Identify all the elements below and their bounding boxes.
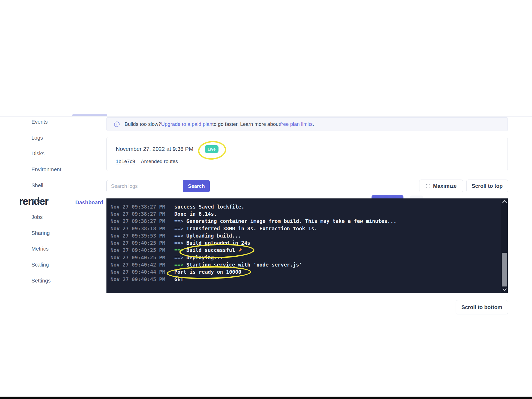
scroll-to-bottom-button[interactable]: Scroll to bottom <box>456 300 508 314</box>
log-line: Nov 27 09:38:18 PM==>Transferred 38MB in… <box>110 225 497 232</box>
arrow-icon: ==> <box>174 233 183 239</box>
log-line: Nov 27 09:38:27 PM==>Generating containe… <box>110 218 497 225</box>
arrow-icon: ==> <box>174 247 183 253</box>
party-popper-icon <box>238 248 242 252</box>
banner-text: to go faster. Learn more about <box>212 121 280 127</box>
search-logs-input[interactable] <box>106 180 183 192</box>
nav-item-dashboard[interactable]: Dashboard <box>75 200 103 206</box>
maximize-button[interactable]: Maximize <box>419 180 463 192</box>
arrow-icon: ==> <box>174 226 183 231</box>
scrollbar-down-icon[interactable] <box>502 287 507 291</box>
deploy-card: November 27, 2022 at 9:38 PM Live 1b1e7c… <box>106 137 508 171</box>
maximize-label: Maximize <box>433 183 457 189</box>
deploy-commit-row: 1b1e7c9 Amended routes <box>116 159 178 164</box>
log-line: Nov 27 09:40:42 PM==>Starting service wi… <box>110 261 497 268</box>
free-plan-limits-link[interactable]: free plan limits <box>280 121 313 127</box>
sidebar-item-prs[interactable]: PRs <box>31 198 42 204</box>
log-line: Nov 27 09:40:25 PM==>Deploying... <box>110 254 497 261</box>
sidebar-item-shell[interactable]: Shell <box>31 182 43 189</box>
sidebar-item-jobs[interactable]: Jobs <box>31 214 43 220</box>
sidebar-item-environment[interactable]: Environment <box>31 167 61 173</box>
search-button[interactable]: Search <box>183 180 210 192</box>
sidebar-item-logs[interactable]: Logs <box>31 135 43 141</box>
log-line-port-ready: Nov 27 09:40:44 PMPort is ready on 10000 <box>110 268 497 276</box>
nav-bottom-border <box>0 116 532 117</box>
log-line: Nov 27 09:38:27 PMsuccess Saved lockfile… <box>110 203 497 210</box>
sidebar-item-scaling[interactable]: Scaling <box>31 262 49 268</box>
commit-message: Amended routes <box>141 159 178 164</box>
bottom-black-bar <box>0 397 532 399</box>
render-dashboard-page: render Dashboard Blueprints Env Groups D… <box>0 0 532 399</box>
deploy-date: November 27, 2022 at 9:38 PM <box>116 146 193 152</box>
sidebar-item-metrics[interactable]: Metrics <box>31 246 48 252</box>
upgrade-plan-link[interactable]: Upgrade to a paid plan <box>161 121 212 127</box>
arrow-icon: ==> <box>174 240 183 246</box>
scrollbar-up-icon[interactable] <box>502 200 507 205</box>
scrollbar-thumb[interactable] <box>502 253 507 286</box>
terminal-scrollbar[interactable] <box>501 198 508 293</box>
log-line-build-successful: Nov 27 09:40:25 PM==>Build successful <box>110 247 497 254</box>
log-line: Nov 27 09:38:27 PMDone in 8.14s. <box>110 210 497 217</box>
live-status-badge: Live <box>205 145 218 153</box>
banner-text: . <box>313 121 314 127</box>
commit-hash[interactable]: 1b1e7c9 <box>116 159 135 164</box>
top-nav: render Dashboard Blueprints Env Groups D… <box>0 96 532 116</box>
sidebar-item-sharing[interactable]: Sharing <box>31 230 50 236</box>
scroll-to-top-button[interactable]: Scroll to top <box>466 180 508 192</box>
info-icon <box>114 121 120 127</box>
log-line: Nov 27 09:40:45 PMGET <box>110 276 497 283</box>
sidebar-item-settings[interactable]: Settings <box>31 278 51 284</box>
arrow-icon: ==> <box>174 218 183 224</box>
banner-text: Builds too slow? <box>125 121 161 127</box>
arrow-icon: ==> <box>174 255 183 260</box>
log-lines: Nov 27 09:38:27 PMsuccess Saved lockfile… <box>110 203 497 283</box>
arrow-icon: ==> <box>174 262 183 268</box>
maximize-icon <box>426 184 431 189</box>
active-tab-underline <box>72 114 107 116</box>
log-line: Nov 27 09:39:53 PM==>Uploading build... <box>110 232 497 239</box>
log-line: Nov 27 09:40:25 PM==>Build uploaded in 2… <box>110 239 497 246</box>
upgrade-banner: Builds too slow? Upgrade to a paid plan … <box>106 117 508 131</box>
sidebar-item-disks[interactable]: Disks <box>31 151 44 157</box>
log-terminal[interactable]: Nov 27 09:38:27 PMsuccess Saved lockfile… <box>106 198 508 293</box>
sidebar-item-events[interactable]: Events <box>31 119 48 125</box>
